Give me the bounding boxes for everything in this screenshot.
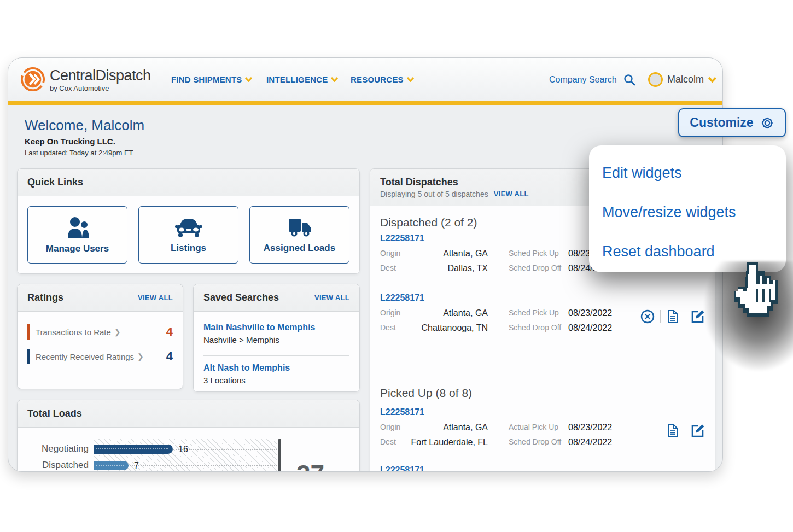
- nav-resources[interactable]: RESOURCES: [351, 58, 414, 101]
- bar-negotiating: [94, 445, 173, 454]
- section-heading-dispatched: Dispatched (2 of 2): [380, 216, 477, 229]
- dropoff-label: Sched Drop Off: [509, 437, 561, 446]
- dest-value: Dallas, TX: [403, 264, 488, 273]
- transactions-to-rate-item[interactable]: Transactions to Rate ❯ 4: [27, 324, 173, 340]
- icon-separator: [660, 310, 661, 323]
- chevron-down-icon: [407, 77, 414, 82]
- dispatches-view-all-link[interactable]: VIEW ALL: [494, 190, 529, 198]
- pickup-label: Sched Pick Up: [509, 249, 559, 258]
- load-id-link[interactable]: L22258171: [380, 465, 424, 472]
- dispatches-subtitle: Displaying 5 out of 5 dispatches: [380, 190, 488, 198]
- pickup-date: 08/23/2022: [568, 308, 612, 318]
- brand-block: CentralDispatch by Cox Automotive: [50, 67, 151, 92]
- icon-separator: [685, 424, 685, 437]
- divider: [370, 376, 715, 376]
- nav-find-shipments-label: FIND SHIPMENTS: [171, 75, 242, 84]
- car-icon: [174, 217, 203, 238]
- origin-label: Origin: [380, 423, 400, 431]
- document-icon[interactable]: [666, 309, 679, 324]
- total-loads-widget: Total Loads Negotiating Dispatched 16 7 …: [17, 400, 360, 472]
- user-name: Malcolm: [667, 74, 704, 85]
- pickup-label: Sched Pick Up: [509, 308, 559, 317]
- manage-users-label: Manage Users: [46, 243, 109, 254]
- manage-users-tile[interactable]: Manage Users: [27, 206, 127, 264]
- search-icon: [623, 74, 635, 86]
- edit-icon[interactable]: [691, 309, 705, 324]
- cancel-dispatch-icon[interactable]: [640, 309, 655, 324]
- hand-cursor-icon: [732, 262, 782, 332]
- company-search[interactable]: Company Search: [549, 58, 635, 101]
- edit-icon[interactable]: [691, 424, 705, 438]
- total-loads-chart: Negotiating Dispatched 16 7 37: [18, 428, 359, 472]
- saved-searches-header: Saved Searches VIEW ALL: [194, 284, 359, 312]
- navy-bar: [27, 349, 30, 364]
- quick-links-header: Quick Links: [18, 169, 359, 196]
- menu-item-move-resize-widgets[interactable]: Move/resize widgets: [602, 192, 786, 232]
- origin-value: Atlanta, GA: [403, 423, 488, 432]
- saved-search-detail: Nashville > Memphis: [203, 335, 315, 344]
- pickup-date: 08/23/2022: [568, 423, 612, 432]
- menu-item-edit-widgets[interactable]: Edit widgets: [602, 153, 786, 192]
- truck-icon: [287, 217, 313, 238]
- quick-links-widget: Quick Links Manage Users: [17, 168, 360, 274]
- customize-menu: Edit widgets Move/resize widgets Reset d…: [589, 145, 786, 272]
- top-navigation: CentralDispatch by Cox Automotive FIND S…: [8, 58, 722, 101]
- chevron-down-icon: [708, 77, 716, 83]
- total-dispatches-title: Total Dispatches: [380, 177, 458, 188]
- dest-label: Dest: [380, 437, 396, 446]
- user-menu[interactable]: Malcolm: [648, 58, 716, 101]
- dest-label: Dest: [380, 323, 396, 332]
- listings-label: Listings: [171, 243, 206, 254]
- saved-search-link[interactable]: Main Nashville to Memphis: [203, 323, 315, 332]
- chevron-right-icon: ❯: [137, 352, 144, 361]
- ratings-widget: Ratings VIEW ALL Transactions to Rate ❯ …: [17, 284, 183, 389]
- yellow-divider: [8, 101, 722, 105]
- bar-value-dispatched: 7: [134, 461, 139, 471]
- last-updated: Last updated: Today at 2:49pm ET: [25, 149, 133, 157]
- total-loads-count: 37: [296, 459, 324, 472]
- orange-bar: [27, 324, 30, 340]
- chevron-down-icon: [331, 77, 338, 82]
- recently-received-ratings-count: 4: [166, 349, 173, 364]
- chart-axis-line: [278, 439, 281, 472]
- load-id-link[interactable]: L22258171: [380, 407, 424, 417]
- nav-find-shipments[interactable]: FIND SHIPMENTS: [171, 58, 252, 101]
- ratings-view-all-link[interactable]: VIEW ALL: [138, 294, 173, 302]
- saved-searches-view-all-link[interactable]: VIEW ALL: [314, 294, 349, 302]
- dest-label: Dest: [380, 264, 396, 272]
- recently-received-ratings-item[interactable]: Recently Received Ratings ❯ 4: [27, 348, 173, 365]
- pickup-label: Actual Pick Up: [509, 423, 558, 431]
- dropoff-label: Sched Drop Off: [509, 264, 561, 272]
- page-title: Welcome, Malcolm: [25, 117, 144, 134]
- dropoff-date: 08/24/2022: [568, 437, 612, 447]
- saved-searches-title: Saved Searches: [203, 292, 279, 303]
- origin-value: Atlanta, GA: [403, 249, 488, 259]
- ratings-header: Ratings VIEW ALL: [18, 284, 183, 312]
- origin-value: Atlanta, GA: [403, 308, 488, 318]
- nav-intelligence[interactable]: INTELLIGENCE: [266, 58, 338, 101]
- load-id-link[interactable]: L22258171: [380, 293, 424, 303]
- total-loads-title: Total Loads: [27, 408, 82, 419]
- total-loads-header: Total Loads: [18, 400, 359, 428]
- nav-resources-label: RESOURCES: [351, 75, 404, 84]
- dropoff-date: 08/24/2022: [568, 323, 612, 333]
- listings-tile[interactable]: Listings: [138, 206, 238, 264]
- quick-links-tiles: Manage Users Listings: [18, 196, 359, 273]
- chevron-down-icon: [245, 77, 252, 82]
- bar-value-negotiating: 16: [178, 445, 188, 454]
- nav-intelligence-label: INTELLIGENCE: [266, 75, 328, 84]
- assigned-loads-tile[interactable]: Assigned Loads: [249, 206, 349, 264]
- users-icon: [65, 216, 91, 239]
- transactions-to-rate-count: 4: [166, 325, 173, 339]
- screenshot-stage: CentralDispatch by Cox Automotive FIND S…: [0, 0, 793, 532]
- chevron-right-icon: ❯: [114, 328, 121, 336]
- transactions-to-rate-label: Transactions to Rate: [36, 328, 111, 337]
- saved-searches-widget: Saved Searches VIEW ALL Main Nashville t…: [193, 284, 360, 392]
- load-id-link[interactable]: L22258171: [380, 233, 424, 243]
- quick-links-title: Quick Links: [27, 177, 83, 188]
- saved-search-link[interactable]: Alt Nash to Memphis: [203, 363, 290, 373]
- document-icon[interactable]: [666, 424, 679, 438]
- customize-button[interactable]: Customize: [678, 108, 786, 137]
- dest-value: Fort Lauderdale, FL: [403, 437, 488, 447]
- centraldispatch-logo-icon: [20, 67, 45, 92]
